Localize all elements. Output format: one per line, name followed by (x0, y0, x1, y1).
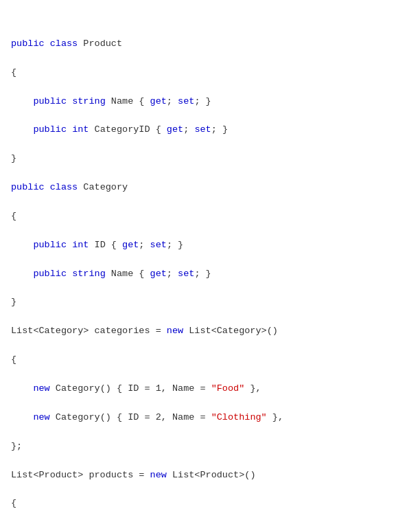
line-14: new Category() { ID = 2, Name = "Clothin… (11, 411, 409, 425)
line-8: public int ID { get; set; } (11, 238, 409, 253)
code-container: public class Product { public string Nam… (11, 8, 409, 509)
line-11: List<Category> categories = new List<Cat… (11, 324, 409, 339)
line-12: { (11, 353, 409, 367)
line-1: public class Product (11, 37, 409, 52)
line-2: { (11, 66, 409, 80)
line-15: }; (11, 440, 409, 454)
line-6: public class Category (11, 181, 409, 195)
line-16: List<Product> products = new List<Produc… (11, 468, 409, 483)
line-7: { (11, 210, 409, 224)
line-3: public string Name { get; set; } (11, 95, 409, 109)
line-17: { (11, 497, 409, 509)
line-13: new Category() { ID = 1, Name = "Food" }… (11, 382, 409, 396)
line-9: public string Name { get; set; } (11, 267, 409, 282)
line-5: } (11, 152, 409, 166)
line-4: public int CategoryID { get; set; } (11, 123, 409, 137)
line-10: } (11, 295, 409, 310)
